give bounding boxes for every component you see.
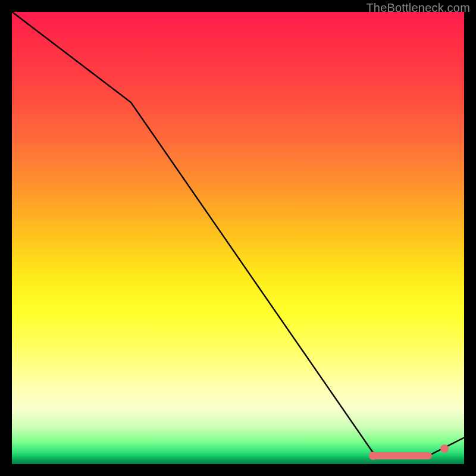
end-marker-dot xyxy=(440,444,449,453)
chart-frame: TheBottleneck.com xyxy=(0,0,476,476)
flat-segment-bump-2 xyxy=(409,452,416,459)
watermark-text: TheBottleneck.com xyxy=(366,1,470,15)
line-chart-svg xyxy=(12,12,464,464)
flat-segment-start-bump xyxy=(369,452,377,460)
bottleneck-curve xyxy=(11,11,465,456)
flat-segment-bump-3 xyxy=(425,452,432,459)
plot-area xyxy=(12,12,464,464)
flat-segment-marker xyxy=(373,452,430,459)
flat-segment-bump-1 xyxy=(392,452,399,459)
